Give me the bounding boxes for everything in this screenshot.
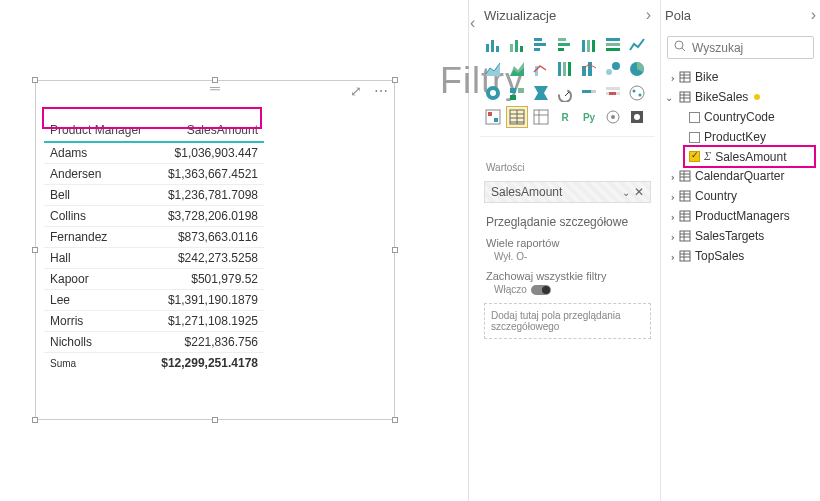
resize-handle[interactable] <box>392 417 398 423</box>
keep-filters-label: Zachowaj wszystkie filtry <box>480 266 655 284</box>
field-checkbox[interactable] <box>689 151 700 162</box>
viz-type-icon[interactable] <box>506 82 528 104</box>
viz-type-icon[interactable] <box>554 82 576 104</box>
svg-rect-47 <box>494 118 498 122</box>
resize-handle[interactable] <box>32 77 38 83</box>
table-row[interactable]: Kapoor$501,979.52 <box>44 269 264 290</box>
viz-type-icon[interactable] <box>626 34 648 56</box>
table-row[interactable]: Adams$1,036,903.447 <box>44 142 264 164</box>
svg-line-68 <box>682 48 685 51</box>
viz-type-icon[interactable] <box>602 58 624 80</box>
field-node[interactable]: CountryCode <box>661 107 820 127</box>
svg-rect-5 <box>520 46 523 52</box>
viz-type-icon[interactable] <box>626 106 648 128</box>
viz-type-icon[interactable] <box>554 58 576 80</box>
svg-rect-2 <box>496 46 499 52</box>
table-row[interactable]: Bell$1,236,781.7098 <box>44 185 264 206</box>
table-row[interactable]: Morris$1,271,108.1925 <box>44 311 264 332</box>
svg-rect-8 <box>534 48 540 51</box>
visualizations-title: Wizualizacje <box>484 8 556 23</box>
drag-grip-icon[interactable]: ═ <box>36 81 394 95</box>
svg-rect-34 <box>510 95 516 100</box>
focus-mode-icon[interactable]: ⤢ <box>350 83 362 99</box>
svg-rect-12 <box>582 40 585 52</box>
svg-point-67 <box>675 41 683 49</box>
viz-type-icon[interactable] <box>482 58 504 80</box>
table-icon <box>679 210 691 222</box>
more-options-icon[interactable]: ⋯ <box>374 83 388 99</box>
viz-type-icon[interactable]: Py <box>578 106 600 128</box>
viz-type-icon[interactable] <box>554 34 576 56</box>
svg-point-28 <box>612 62 620 70</box>
viz-type-icon[interactable] <box>602 34 624 56</box>
table-node[interactable]: ⌄CalendarQuarter <box>661 166 820 186</box>
well-dropdown-icon[interactable]: ⌄ <box>622 187 630 198</box>
table-node[interactable]: ⌄SalesTargets <box>661 226 820 246</box>
col-header-amount[interactable]: SalesAmount <box>152 119 264 142</box>
viz-type-icon[interactable] <box>530 82 552 104</box>
viz-type-icon[interactable] <box>578 82 600 104</box>
drillthrough-header: Przeglądanie szczegółowe <box>480 205 655 233</box>
table-node[interactable]: ⌄Bike <box>661 67 820 87</box>
table-row[interactable]: Nicholls$221,836.756 <box>44 332 264 353</box>
fields-title: Pola <box>665 8 691 23</box>
table-node[interactable]: ⌄BikeSales <box>661 87 820 107</box>
drillthrough-drop-area[interactable]: Dodaj tutaj pola przeglądania szczegółow… <box>484 303 651 339</box>
svg-rect-13 <box>587 40 590 52</box>
viz-type-icon[interactable] <box>626 82 648 104</box>
fields-search[interactable] <box>667 36 814 59</box>
well-field-name: SalesAmount <box>491 185 562 199</box>
values-well[interactable]: SalesAmount ⌄✕ <box>484 181 651 203</box>
resize-handle[interactable] <box>32 247 38 253</box>
resize-handle[interactable] <box>212 417 218 423</box>
viz-type-icon[interactable]: R <box>554 106 576 128</box>
field-node[interactable]: ΣSalesAmount <box>683 145 816 168</box>
field-node[interactable]: ProductKey <box>661 127 820 147</box>
collapse-filters-icon[interactable]: ‹ <box>470 14 475 32</box>
viz-type-icon[interactable] <box>506 58 528 80</box>
keep-filters-toggle[interactable] <box>531 285 551 295</box>
viz-type-icon[interactable] <box>482 106 504 128</box>
viz-type-icon[interactable] <box>506 106 528 128</box>
viz-type-icon[interactable] <box>602 106 624 128</box>
resize-handle[interactable] <box>32 417 38 423</box>
table-row[interactable]: Lee$1,391,190.1879 <box>44 290 264 311</box>
svg-rect-93 <box>680 251 690 261</box>
table-row[interactable]: Hall$242,273.5258 <box>44 248 264 269</box>
fields-tree: ⌄Bike⌄BikeSalesCountryCodeProductKeyΣSal… <box>661 67 820 266</box>
viz-type-icon[interactable] <box>578 34 600 56</box>
col-header-manager[interactable]: Product Manager <box>44 119 152 142</box>
table-node[interactable]: ⌄Country <box>661 186 820 206</box>
viz-type-icon[interactable] <box>482 82 504 104</box>
viz-type-icon[interactable] <box>506 34 528 56</box>
field-checkbox[interactable] <box>689 112 700 123</box>
well-remove-icon[interactable]: ✕ <box>634 185 644 199</box>
resize-handle[interactable] <box>392 77 398 83</box>
svg-rect-4 <box>515 40 518 52</box>
collapse-viz-icon[interactable]: › <box>646 6 651 24</box>
table-row[interactable]: Collins$3,728,206.0198 <box>44 206 264 227</box>
svg-rect-10 <box>558 43 570 46</box>
viz-type-icon[interactable] <box>530 34 552 56</box>
svg-rect-16 <box>606 43 620 46</box>
table-visual[interactable]: ═ ⤢ ⋯ Product Manager SalesAmount Adams$… <box>35 80 395 420</box>
svg-rect-24 <box>568 62 571 76</box>
viz-type-icon[interactable] <box>578 58 600 80</box>
table-row[interactable]: Fernandez$873,663.0116 <box>44 227 264 248</box>
format-tabs <box>480 136 655 162</box>
viz-type-icon[interactable] <box>530 106 552 128</box>
resize-handle[interactable] <box>392 247 398 253</box>
viz-type-icon[interactable] <box>602 82 624 104</box>
report-canvas[interactable]: ═ ⤢ ⋯ Product Manager SalesAmount Adams$… <box>0 0 440 501</box>
resize-handle[interactable] <box>212 77 218 83</box>
svg-rect-38 <box>582 90 591 93</box>
collapse-fields-icon[interactable]: › <box>811 6 816 24</box>
search-input[interactable] <box>692 41 792 55</box>
field-checkbox[interactable] <box>689 132 700 143</box>
viz-type-icon[interactable] <box>482 34 504 56</box>
table-node[interactable]: ⌄TopSales <box>661 246 820 266</box>
table-node[interactable]: ⌄ProductManagers <box>661 206 820 226</box>
viz-type-icon[interactable] <box>530 58 552 80</box>
table-row[interactable]: Andersen$1,363,667.4521 <box>44 164 264 185</box>
viz-type-icon[interactable] <box>626 58 648 80</box>
